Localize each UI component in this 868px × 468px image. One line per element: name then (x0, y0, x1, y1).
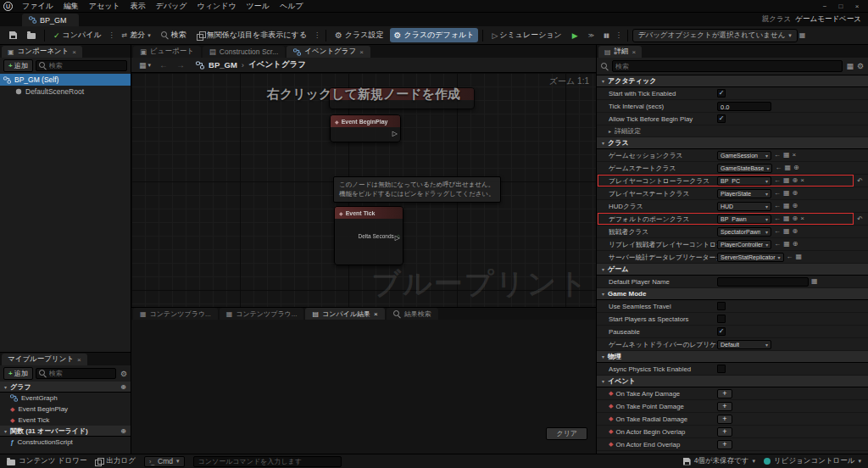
save-asset-button[interactable] (5, 30, 21, 41)
find-button[interactable]: 検索 (157, 28, 191, 42)
browse-icon[interactable]: ▦ (783, 215, 790, 222)
class-dropdown[interactable]: PlayerController▾ (717, 240, 771, 249)
class-dropdown[interactable]: HUD▾ (717, 202, 771, 211)
class-dropdown[interactable]: BP_PC▾ (717, 176, 771, 186)
class-dropdown[interactable]: GameSession▾ (717, 151, 771, 160)
checkbox[interactable]: ✓ (717, 327, 726, 336)
display-filter-icon[interactable]: ▦ (846, 62, 854, 70)
plus-icon[interactable]: ⊕ (793, 164, 799, 171)
forward-icon[interactable]: → (174, 60, 187, 70)
menu-item[interactable]: ファイル (17, 1, 58, 12)
asset-tab-bp-gm[interactable]: BP_GM (22, 14, 79, 26)
browse-icon[interactable]: ▦ (784, 164, 791, 171)
tab-compile-results[interactable]: ▤ コンパイル結果 × (305, 308, 384, 320)
tab-my-blueprint[interactable]: マイブループリント × (2, 354, 87, 365)
parent-class-link[interactable]: ゲームモードベース (795, 14, 861, 25)
details-search-input[interactable] (615, 63, 839, 70)
details-search[interactable] (612, 60, 843, 72)
settings-gear-icon[interactable]: ⚙ (120, 370, 127, 378)
add-icon[interactable]: ⊕ (120, 427, 126, 435)
plus-icon[interactable]: ⊕ (793, 228, 798, 235)
use-icon[interactable]: ← (775, 164, 782, 171)
close-button[interactable]: × (849, 3, 865, 10)
menu-item[interactable]: デバッグ (151, 1, 192, 12)
add-blueprint-item-button[interactable]: + 追加 (3, 367, 33, 380)
tab-components[interactable]: ▣ コンポーネント × (2, 46, 82, 58)
maximize-button[interactable]: □ (833, 3, 849, 10)
menu-item[interactable]: 編集 (58, 1, 84, 12)
tab-construction-script[interactable]: ▤ Construction Scr... (203, 46, 285, 58)
back-icon[interactable]: ← (157, 60, 170, 70)
reset-to-default-icon[interactable]: ↶ (857, 177, 865, 185)
class-dropdown[interactable]: PlayerState▾ (717, 189, 771, 198)
clear-icon[interactable]: × (800, 215, 804, 222)
details-section-header[interactable]: ▾ゲーム (597, 264, 868, 276)
hide-unrelated-options-icon[interactable]: ⋮ (313, 31, 321, 39)
tab-details[interactable]: ▤ 詳細 × (598, 46, 642, 58)
add-event-button[interactable]: + (717, 440, 732, 449)
compile-button[interactable]: ✓ コンパイル (49, 28, 106, 42)
graph-menu-icon[interactable]: ▦▾ (136, 61, 153, 70)
compile-options-icon[interactable]: ⋮ (108, 31, 116, 39)
use-icon[interactable]: ← (774, 203, 781, 209)
details-section-header[interactable]: ▾Game Mode (597, 288, 868, 300)
close-icon[interactable]: × (359, 48, 364, 56)
add-event-button[interactable]: + (717, 389, 732, 398)
close-icon[interactable]: × (632, 48, 637, 56)
add-event-button[interactable]: + (717, 415, 732, 424)
use-icon[interactable]: ← (787, 254, 793, 260)
event-tick-node[interactable]: ◆ Event Tick ▷ Delta Seconds ○ (334, 206, 403, 265)
components-search[interactable] (36, 60, 127, 71)
details-section-header[interactable]: ▾イベント (597, 376, 868, 387)
bind-icon[interactable]: ▦ (811, 278, 818, 285)
menu-item[interactable]: ウィンドウ (192, 1, 242, 12)
tab-viewport[interactable]: ▣ ビューポート (133, 46, 201, 58)
add-event-button[interactable]: + (717, 402, 732, 411)
checkbox[interactable]: ✓ (717, 89, 726, 98)
debug-object-dropdown[interactable]: デバッグオブジェクトが選択されていません ▾ (632, 29, 798, 42)
close-icon[interactable]: × (72, 48, 76, 56)
use-icon[interactable]: ← (774, 177, 781, 184)
browse-icon[interactable]: ▦ (783, 177, 790, 184)
exec-out-pin[interactable]: ▷ (395, 235, 400, 242)
breadcrumb-root[interactable]: BP_GM (209, 60, 237, 70)
console-command-input[interactable] (193, 456, 342, 467)
component-item-scene-root[interactable]: DefaultSceneRoot (0, 86, 131, 98)
class-dropdown[interactable]: ServerStatReplicator▾ (717, 253, 784, 262)
simulation-button[interactable]: ▷ シミュレーション (487, 28, 565, 42)
add-component-button[interactable]: + 追加 (3, 59, 33, 72)
class-dropdown[interactable]: SpectatorPawn▾ (717, 227, 771, 237)
plus-icon[interactable]: ⊕ (793, 190, 798, 197)
browse-icon[interactable]: ▦ (783, 241, 790, 248)
myblueprint-item[interactable]: ◆Event BeginPlay (0, 404, 131, 415)
use-icon[interactable]: ← (774, 190, 781, 197)
pause-button[interactable]: ▮▮ (599, 31, 613, 41)
browse-icon[interactable]: ▦ (783, 228, 790, 235)
details-section-header[interactable]: ▾アクタティック (597, 75, 868, 87)
minimize-button[interactable]: − (817, 3, 832, 10)
advanced-settings-row[interactable]: ▸詳細設定 (597, 125, 868, 137)
class-dropdown[interactable]: Default▾ (717, 340, 771, 349)
myblueprint-item[interactable]: ◆Event Tick (0, 415, 131, 426)
class-dropdown[interactable]: BP_Pawn▾ (717, 214, 771, 224)
myblueprint-item[interactable]: EventGraph (0, 393, 131, 404)
tab-content-browser-2[interactable]: ▦ コンテンツブラウ... (220, 308, 304, 320)
browse-asset-button[interactable] (23, 30, 40, 41)
diff-button[interactable]: ⇄ 差分 ▾ (118, 28, 155, 42)
class-settings-button[interactable]: ⚙ クラス設定 (331, 28, 388, 42)
class-dropdown[interactable]: GameStateBase▾ (717, 164, 772, 173)
debug-browse-icon[interactable]: ▦ (799, 32, 806, 39)
use-icon[interactable]: ← (774, 241, 781, 248)
checkbox[interactable] (717, 365, 726, 373)
clear-icon[interactable]: × (793, 152, 797, 159)
event-graph-canvas[interactable]: ズーム 1:1 右クリックして新規ノードを作成 ◆ Event BeginPla… (131, 73, 596, 307)
details-section-header[interactable]: ▾物理 (597, 351, 868, 363)
tab-content-browser-1[interactable]: ▦ コンテンツブラウ... (133, 308, 218, 320)
revision-control-button[interactable]: リビジョンコントロール ▾ (764, 456, 861, 466)
component-item-self[interactable]: BP_GM (Self) (0, 74, 131, 86)
unsaved-assets-button[interactable]: 4個が未保存です ▾ (683, 456, 755, 466)
tab-event-graph[interactable]: イベントグラフ × (287, 46, 370, 58)
menu-item[interactable]: アセット (84, 1, 125, 12)
add-event-button[interactable]: + (717, 427, 732, 437)
plus-icon[interactable]: ⊕ (793, 203, 798, 209)
